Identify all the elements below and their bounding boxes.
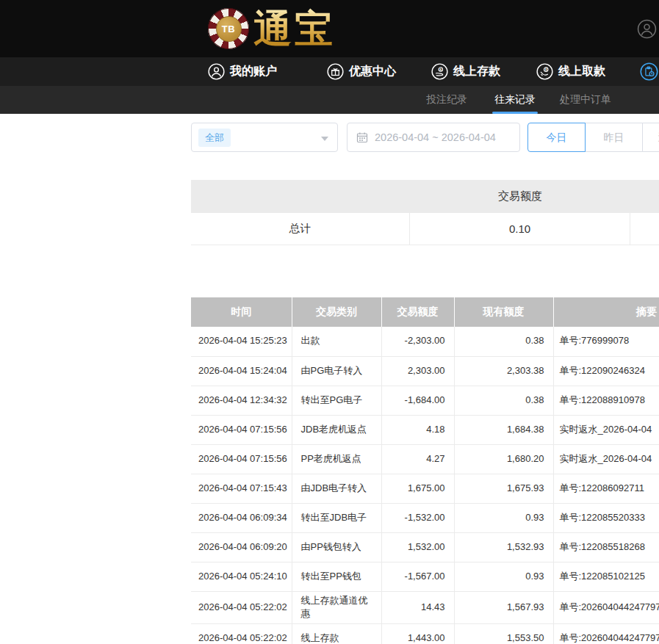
table-cell: 2026-04-04 07:15:56 (191, 415, 292, 444)
date-range-value: 2026-04-04 ~ 2026-04-04 (375, 131, 496, 143)
yesterday-button[interactable]: 昨日 (585, 123, 643, 152)
table-cell: 单号:122085518268 (553, 532, 659, 562)
table-header-row: 时间 交易类别 交易额度 现有额度 摘要 (191, 297, 659, 327)
table-row: 2026-04-04 12:34:32转出至PG电子-1,684.000.38单… (191, 386, 659, 415)
table-cell: JDB老虎机返点 (292, 415, 381, 444)
table-cell: 4.27 (381, 444, 454, 474)
gift-icon (327, 63, 344, 80)
poker-chip-icon: TB (208, 8, 249, 49)
table-cell: -1,567.00 (381, 562, 454, 591)
table-cell: 转出至JDB电子 (292, 503, 381, 532)
table-cell: 0.93 (454, 503, 553, 532)
table-cell: 实时返水_2026-04-04 (553, 444, 659, 474)
table-cell: -1,532.00 (381, 503, 454, 532)
account-avatar-button[interactable] (637, 19, 657, 39)
calendar-icon (356, 131, 368, 143)
col-balance: 现有额度 (454, 297, 553, 327)
tab-pending-orders[interactable]: 处理中订单 (560, 86, 611, 114)
records-icon (640, 62, 658, 81)
table-cell: 单号:202604044247797 (553, 591, 659, 624)
table-cell: 0.38 (454, 386, 553, 415)
withdraw-icon: $ (536, 63, 553, 80)
table-cell: 单号:776999078 (553, 327, 659, 356)
transactions-body: 2026-04-04 15:25:23出款-2,303.000.38单号:776… (191, 327, 659, 644)
table-cell: 2026-04-04 05:24:10 (191, 562, 292, 591)
table-row: 2026-04-04 15:24:04由PG电子转入2,303.002,303.… (191, 356, 659, 386)
nav-item-records[interactable] (640, 57, 659, 86)
table-row: 2026-04-04 05:22:02线上存款通道优惠14.431,567.93… (191, 591, 659, 624)
tab-betting-records[interactable]: 投注纪录 (426, 86, 467, 114)
table-cell: 2026-04-04 15:24:04 (191, 356, 292, 386)
col-type: 交易类别 (292, 297, 381, 327)
summary-header-amount: 交易额度 (410, 180, 630, 213)
table-cell: 1,675.93 (454, 474, 553, 503)
table-row: 2026-04-04 05:24:10转出至PP钱包-1,567.000.93单… (191, 562, 659, 591)
summary-table: 交易额度 总计 0.10 (191, 180, 659, 245)
table-cell: 2026-04-04 05:22:02 (191, 591, 292, 624)
col-time: 时间 (191, 297, 292, 327)
table-cell: 单号:122088910978 (553, 386, 659, 415)
nav-item-promotions[interactable]: 优惠中心 (327, 57, 396, 86)
table-row: 2026-04-04 07:15:56JDB老虎机返点4.181,684.38实… (191, 415, 659, 444)
summary-header-extra (630, 180, 659, 213)
page: TB 通宝 我的账户 (0, 0, 659, 644)
table-cell: 2026-04-04 06:09:20 (191, 532, 292, 562)
table-row: 2026-04-04 07:15:43由JDB电子转入1,675.001,675… (191, 474, 659, 503)
table-cell: -1,684.00 (381, 386, 454, 415)
transactions-header: 时间 交易类别 交易额度 现有额度 摘要 (191, 297, 659, 327)
table-cell: -2,303.00 (381, 327, 454, 356)
records-tabbar: 投注纪录 往来记录 处理中订单 (0, 86, 659, 114)
table-cell: 1,553.50 (454, 624, 553, 644)
date-range-input[interactable]: 2026-04-04 ~ 2026-04-04 (347, 123, 520, 152)
table-cell: 1,567.93 (454, 591, 553, 624)
top-header-bar: TB 通宝 (0, 0, 659, 57)
tab-transaction-records[interactable]: 往来记录 (494, 86, 536, 114)
table-cell: 2,303.00 (381, 356, 454, 386)
table-cell: 转出至PG电子 (292, 386, 381, 415)
brand-title: 通宝 (253, 8, 336, 49)
nav-item-withdraw[interactable]: $ 线上取款 (536, 57, 605, 86)
table-cell: 2026-04-04 05:22:02 (191, 624, 292, 644)
table-cell: 0.93 (454, 562, 553, 591)
nav-item-my-account[interactable]: 我的账户 (208, 57, 277, 86)
table-cell: 4.18 (381, 415, 454, 444)
transactions-table: 时间 交易类别 交易额度 现有额度 摘要 2026-04-04 15:25:23… (191, 297, 659, 644)
table-cell: 由JDB电子转入 (292, 474, 381, 503)
table-cell: 单号:122086092711 (553, 474, 659, 503)
table-cell: 0.38 (454, 327, 553, 356)
table-cell: 14.43 (381, 591, 454, 624)
col-amount: 交易额度 (381, 297, 454, 327)
summary-header-row: 交易额度 (191, 180, 659, 213)
nav-label: 优惠中心 (349, 64, 396, 79)
table-cell: 1,684.38 (454, 415, 553, 444)
summary-total-value: 0.10 (410, 213, 630, 245)
table-row: 2026-04-04 07:15:56PP老虎机返点4.271,680.20实时… (191, 444, 659, 474)
table-cell: 单号:122090246324 (553, 356, 659, 386)
table-row: 2026-04-04 05:22:02线上存款1,443.001,553.50单… (191, 624, 659, 644)
last-7-days-button[interactable]: 近7日 (642, 123, 659, 152)
table-row: 2026-04-04 15:25:23出款-2,303.000.38单号:776… (191, 327, 659, 356)
table-cell: 实时返水_2026-04-04 (553, 415, 659, 444)
col-summary: 摘要 (553, 297, 659, 327)
main-navbar: 我的账户 优惠中心 $ 线上存款 $ (0, 57, 659, 86)
selected-type-tag[interactable]: 全部 (198, 129, 231, 147)
today-button[interactable]: 今日 (527, 123, 586, 152)
summary-header-blank (191, 180, 410, 213)
table-cell: PP老虎机返点 (292, 444, 381, 474)
brand-logo[interactable]: TB 通宝 (208, 8, 336, 49)
nav-label: 线上存款 (453, 64, 500, 79)
table-cell: 2026-04-04 06:09:34 (191, 503, 292, 532)
deposit-icon: $ (431, 63, 448, 80)
user-avatar-icon (637, 19, 657, 39)
table-cell: 1,680.20 (454, 444, 553, 474)
quick-range-button-group: 今日 昨日 近7日 (527, 123, 659, 152)
summary-total-label: 总计 (191, 213, 410, 245)
table-cell: 1,675.00 (381, 474, 454, 503)
nav-label: 线上取款 (558, 64, 605, 79)
table-cell: 2026-04-04 07:15:43 (191, 474, 292, 503)
table-row: 2026-04-04 06:09:20由PP钱包转入1,532.001,532.… (191, 532, 659, 562)
table-row: 2026-04-04 06:09:34转出至JDB电子-1,532.000.93… (191, 503, 659, 532)
nav-item-deposit[interactable]: $ 线上存款 (431, 57, 500, 86)
transaction-type-select[interactable]: 全部 (191, 123, 338, 152)
table-cell: 1,532.93 (454, 532, 553, 562)
